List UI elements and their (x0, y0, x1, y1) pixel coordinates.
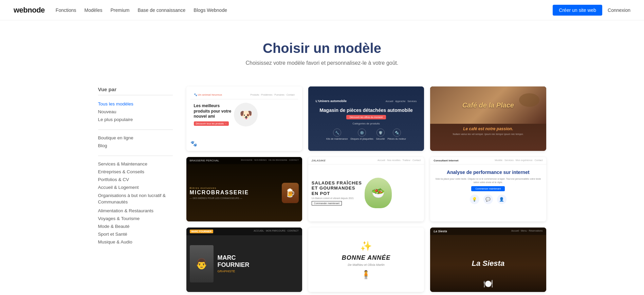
nav-premium[interactable]: Premium (110, 7, 129, 13)
auto-cat-icon-2: ⚙️ (358, 129, 366, 137)
template-card-consulting[interactable]: Consultant Internet Modèle · Services · … (430, 157, 546, 221)
salad-nav-links: Accueil · Nos recettes · Traiteur · Cont… (378, 159, 421, 162)
pet-card-nav-links: Produits · Problèmes · Pumaires · Contac… (250, 94, 294, 96)
template-card-newyear[interactable]: ✨ BONNE ANNÉE De Mathieu et Olivia Marti… (308, 228, 424, 292)
sidebar-title: Vue par (98, 86, 173, 95)
brewery-card-nav: BRASSERIE PERCIVAL BRASSERIENOS BIÈRESVI… (186, 157, 302, 164)
auto-card-cat-label: Catégories de produits (352, 122, 380, 125)
template-card-siesta[interactable]: La Siesta Accueil · Menu · Réservations … (430, 228, 546, 292)
portfolio-person-image: 👨 (190, 245, 214, 282)
salad-card-image: 🥗 (365, 178, 392, 208)
siesta-food-icon: 🍽️ (483, 279, 493, 289)
pet-card-logo: 🐾 Un animal heureux (194, 93, 222, 96)
cafe-card-tagline: Le café est notre passion. (434, 126, 542, 131)
portfolio-name: MARCFOURNIER (218, 254, 250, 269)
consulting-card-nav: Consultant Internet Modèle · Services · … (430, 157, 546, 164)
sidebar-item-blog[interactable]: Blog (98, 142, 173, 150)
pet-card-headline: Les meilleursproduits pour votrenouvel a… (194, 103, 232, 119)
portfolio-card-body: 👨 MARCFOURNIER GRAPHISTE (186, 235, 302, 292)
salad-card-sub: Un Balcon coloré et vibrant depuis 2021 (312, 197, 362, 199)
sidebar-bottom-section: Services & Maintenance Entreprises & Con… (98, 160, 173, 246)
nav-fonctions[interactable]: Fonctions (56, 7, 76, 13)
sidebar-item-musique[interactable]: Musique & Audio (98, 238, 173, 246)
page-subtitle: Choisissez votre modèle favori et person… (14, 60, 630, 66)
brewery-card-body: Bières exclusives MICROBRASSERIE — DES B… (186, 164, 302, 221)
auto-card-nav: L'Univers automobile AccueilApprocheServ… (312, 97, 420, 105)
template-card-auto[interactable]: L'Univers automobile AccueilApprocheServ… (308, 86, 424, 151)
cafe-image-overlay: Café de la Place (462, 101, 514, 109)
siesta-card-logo: La Siesta (434, 230, 447, 233)
brewery-subtitle: Bières exclusives (190, 186, 279, 190)
template-card-pet[interactable]: 🐾 Un animal heureux Produits · Problèmes… (186, 86, 302, 151)
sidebar-item-voyages[interactable]: Voyages & Tourisme (98, 215, 173, 222)
newyear-subtitle: De Mathieu et Olivia Martin (348, 263, 385, 267)
brewery-card-logo: BRASSERIE PERCIVAL (190, 159, 219, 162)
sidebar-item-new[interactable]: Nouveau (98, 108, 173, 116)
portfolio-badge: MARC FOURNIER (190, 230, 214, 233)
nav-base[interactable]: Base de connaissance (137, 7, 185, 13)
auto-cat-4: 🔩 Pièces du moteur (387, 129, 406, 140)
pet-card-button: Découvrir tous les produits → (194, 121, 229, 126)
portfolio-job-title: GRAPHISTE (218, 270, 250, 273)
consulting-icon-3: 👤 (497, 195, 507, 204)
auto-cat-icon-4: 🔩 (393, 129, 401, 137)
auto-card-nav-links: AccueilApprocheServices (386, 100, 417, 102)
brewery-title: MICROBRASSERIE (190, 190, 279, 196)
sidebar-item-portfolios[interactable]: Portfolios & CV (98, 176, 173, 183)
sidebar-divider-2 (98, 156, 173, 156)
cafe-card-description: Nullam varius leo vel semper. Ipsum nec … (434, 133, 542, 136)
template-card-brewery[interactable]: BRASSERIE PERCIVAL BRASSERIENOS BIÈRESVI… (186, 157, 302, 221)
sidebar-item-accueil[interactable]: Accueil & Logement (98, 183, 173, 191)
siesta-nav-links: Accueil · Menu · Réservations (511, 230, 543, 233)
nav-modeles[interactable]: Modèles (85, 7, 103, 13)
portfolio-nav-links: ACCUEIL · MON PARCOURS · CONTACT (254, 230, 299, 233)
template-card-cafe[interactable]: Café de la Place Le café est notre passi… (430, 86, 546, 151)
newyear-title: BONNE ANNÉE (342, 254, 390, 261)
brewery-nav-links: BRASSERIENOS BIÈRESVIE DE BRASSERIECONTA… (241, 159, 299, 162)
auto-cat-2: ⚙️ Disques et plaquettes (350, 129, 373, 140)
paw-icon: 🐾 (190, 140, 197, 147)
auto-card-logo: L'Univers automobile (316, 99, 347, 103)
consulting-card-title: Analyse de performance sur internet (434, 169, 542, 175)
consulting-card-button: Commencer maintenant (471, 186, 505, 191)
sidebar-item-sport[interactable]: Sport et Santé (98, 230, 173, 238)
create-site-button[interactable]: Créer un site web (553, 5, 602, 16)
salad-card-body: SALADES FRAÎCHESET GOURMANDESEN POT Un B… (308, 164, 424, 221)
salad-card-button[interactable]: Commander maintenant (312, 201, 342, 205)
portfolio-card-text: MARCFOURNIER GRAPHISTE (218, 254, 250, 273)
sidebar-top-section: Tous les modèles Nouveau Le plus populai… (98, 100, 173, 123)
brewery-tagline: — DES BIÈRES POUR LES CONNAISSEURS — (190, 197, 279, 199)
cafe-card-image: Café de la Place (430, 86, 546, 124)
consulting-icon-2: 💬 (483, 195, 493, 204)
salad-card-headline: SALADES FRAÎCHESET GOURMANDESEN POT (312, 180, 362, 196)
siesta-card-nav: La Siesta Accueil · Menu · Réservations (430, 228, 546, 235)
sidebar-item-boutique[interactable]: Boutique en ligne (98, 134, 173, 142)
sidebar-item-popular[interactable]: Le plus populaire (98, 116, 173, 123)
nav-blogs[interactable]: Blogs Webnode (194, 7, 227, 13)
consulting-card-body: Analyse de performance sur internet Voic… (430, 164, 546, 209)
templates-grid: 🐾 Un animal heureux Produits · Problèmes… (186, 86, 546, 292)
nav-left: webnode Fonctions Modèles Premium Base d… (14, 6, 227, 15)
sidebar-item-all[interactable]: Tous les modèles (98, 100, 173, 108)
auto-card-categories: 🔧 Kits de maintenance ⚙️ Disques et plaq… (326, 129, 406, 140)
consulting-card-logo: Consultant Internet (434, 159, 458, 162)
sidebar-item-entreprises[interactable]: Entreprises & Conseils (98, 168, 173, 176)
nav-links: Fonctions Modèles Premium Base de connai… (56, 7, 227, 13)
sidebar-item-orgs[interactable]: Organisations à but non lucratif & Commu… (98, 191, 173, 207)
consulting-nav-links: Modèle · Services · Mon expérience · Con… (495, 159, 542, 162)
sidebar-item-services[interactable]: Services & Maintenance (98, 160, 173, 168)
portfolio-card-nav: MARC FOURNIER ACCUEIL · MON PARCOURS · C… (186, 228, 302, 235)
sidebar: Vue par Tous les modèles Nouveau Le plus… (98, 86, 173, 292)
newyear-decoration: ✨ (360, 240, 372, 252)
site-logo[interactable]: webnode (14, 6, 45, 15)
nav-right: Créer un site web Connexion (553, 5, 630, 16)
sidebar-item-mode[interactable]: Mode & Beauté (98, 222, 173, 230)
sidebar-item-alimentation[interactable]: Alimentation & Restaurants (98, 207, 173, 215)
auto-cat-icon-3: 🛡️ (376, 129, 385, 137)
template-card-portfolio[interactable]: MARC FOURNIER ACCUEIL · MON PARCOURS · C… (186, 228, 302, 292)
auto-card-button: Découvrir les offres du moment (346, 115, 386, 119)
login-button[interactable]: Connexion (608, 7, 630, 13)
cafe-card-body: Le café est notre passion. Nullam varius… (430, 124, 546, 139)
auto-cat-1: 🔧 Kits de maintenance (326, 129, 348, 140)
template-card-salad[interactable]: ZALASAKE Accueil · Nos recettes · Traite… (308, 157, 424, 221)
